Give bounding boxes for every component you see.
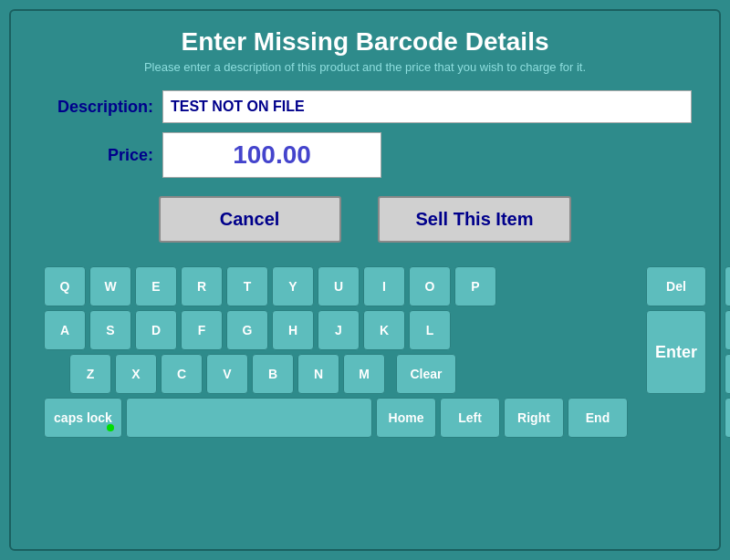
buttons-row: Cancel Sell This Item bbox=[26, 196, 704, 243]
key-o[interactable]: O bbox=[409, 266, 451, 306]
key-4[interactable]: 4 bbox=[725, 310, 730, 350]
numpad-row-3: 1 2 3 bbox=[725, 354, 730, 394]
description-input[interactable] bbox=[162, 90, 692, 123]
key-m[interactable]: M bbox=[343, 354, 385, 394]
key-space[interactable] bbox=[126, 398, 372, 438]
numpad: 7 8 9 4 5 6 1 2 3 0 . bbox=[725, 266, 730, 438]
key-home[interactable]: Home bbox=[376, 398, 436, 438]
cancel-button[interactable]: Cancel bbox=[159, 196, 341, 243]
key-n[interactable]: N bbox=[297, 354, 339, 394]
key-r[interactable]: R bbox=[181, 266, 223, 306]
key-l[interactable]: L bbox=[409, 310, 451, 350]
key-del[interactable]: Del bbox=[646, 266, 706, 306]
keyboard-area: Q W E R T Y U I O P A S D F G bbox=[44, 266, 730, 441]
key-c[interactable]: C bbox=[161, 354, 203, 394]
keyboard-row-2: A S D F G H J K L bbox=[44, 310, 628, 350]
price-input[interactable] bbox=[162, 132, 381, 178]
key-enter[interactable]: Enter bbox=[646, 310, 706, 394]
numpad-row-2: 4 5 6 bbox=[725, 310, 730, 350]
key-right[interactable]: Right bbox=[504, 398, 564, 438]
page-subtitle: Please enter a description of this produ… bbox=[144, 60, 586, 74]
page-title: Enter Missing Barcode Details bbox=[181, 27, 548, 57]
key-a[interactable]: A bbox=[44, 310, 86, 350]
price-row: Price: bbox=[44, 132, 704, 178]
description-row: Description: bbox=[44, 90, 704, 123]
key-z[interactable]: Z bbox=[69, 354, 111, 394]
key-capslock[interactable]: caps lock bbox=[44, 398, 122, 438]
qwerty-keyboard: Q W E R T Y U I O P A S D F G bbox=[44, 266, 628, 441]
key-u[interactable]: U bbox=[318, 266, 360, 306]
numpad-row-4: 0 . bbox=[725, 398, 730, 438]
key-7[interactable]: 7 bbox=[725, 266, 730, 306]
main-container: Enter Missing Barcode Details Please ent… bbox=[9, 9, 721, 551]
key-y[interactable]: Y bbox=[272, 266, 314, 306]
key-q[interactable]: Q bbox=[44, 266, 86, 306]
key-j[interactable]: J bbox=[318, 310, 360, 350]
key-k[interactable]: K bbox=[363, 310, 405, 350]
key-f[interactable]: F bbox=[181, 310, 223, 350]
key-end[interactable]: End bbox=[568, 398, 628, 438]
key-p[interactable]: P bbox=[454, 266, 496, 306]
capslock-indicator bbox=[107, 424, 114, 431]
keyboard-row-4: caps lock Home Left Right End bbox=[44, 398, 628, 438]
capslock-label: caps lock bbox=[54, 410, 112, 425]
key-1[interactable]: 1 bbox=[725, 354, 730, 394]
key-h[interactable]: H bbox=[272, 310, 314, 350]
key-x[interactable]: X bbox=[115, 354, 157, 394]
keyboard-row-1: Q W E R T Y U I O P bbox=[44, 266, 628, 306]
form-section: Description: Price: bbox=[26, 90, 704, 187]
key-d[interactable]: D bbox=[135, 310, 177, 350]
enter-numpad-section: Del Enter bbox=[646, 266, 706, 394]
key-i[interactable]: I bbox=[363, 266, 405, 306]
key-left[interactable]: Left bbox=[440, 398, 500, 438]
description-label: Description: bbox=[44, 98, 153, 117]
key-b[interactable]: B bbox=[252, 354, 294, 394]
numpad-row-1: 7 8 9 bbox=[725, 266, 730, 306]
sell-button[interactable]: Sell This Item bbox=[378, 196, 572, 243]
key-clear[interactable]: Clear bbox=[396, 354, 456, 394]
key-e[interactable]: E bbox=[135, 266, 177, 306]
key-g[interactable]: G bbox=[226, 310, 268, 350]
key-t[interactable]: T bbox=[226, 266, 268, 306]
key-v[interactable]: V bbox=[206, 354, 248, 394]
keyboard-section: Q W E R T Y U I O P A S D F G bbox=[26, 266, 704, 441]
price-label: Price: bbox=[44, 146, 153, 165]
keyboard-row-3: Z X C V B N M Clear bbox=[44, 354, 628, 394]
key-w[interactable]: W bbox=[89, 266, 131, 306]
key-0[interactable]: 0 bbox=[725, 398, 730, 438]
key-s[interactable]: S bbox=[89, 310, 131, 350]
